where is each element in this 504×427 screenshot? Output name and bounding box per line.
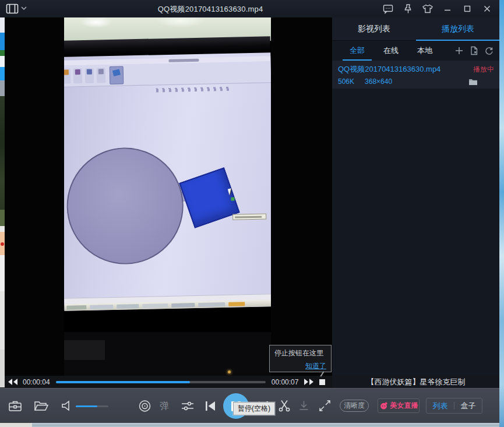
feedback-icon[interactable]: [382, 3, 394, 15]
background-window-sliver: [0, 80, 5, 96]
clear-list-icon[interactable]: [469, 46, 479, 56]
playlist-filter-row: 全部 在线 本地: [332, 41, 500, 61]
background-window-sliver: [0, 17, 5, 33]
got-it-link[interactable]: 知道了: [274, 361, 326, 371]
filter-all[interactable]: 全部: [340, 41, 374, 61]
scissors-icon[interactable]: [277, 399, 291, 413]
taskbar-segment: [171, 303, 195, 308]
filter-online[interactable]: 在线: [374, 41, 408, 61]
playlist-item-row1: QQ视频20170413163630.mp4 播放中: [338, 64, 494, 75]
playlist-item-resolution: 368×640: [365, 77, 392, 86]
desk-light-dot: [228, 370, 231, 373]
background-window-sliver: [0, 210, 5, 226]
live-show-label: 美女直播: [390, 401, 418, 411]
sidebar-tabs: 影视列表 播放列表: [332, 17, 500, 41]
taskbar-segment: [198, 302, 225, 306]
previous-icon[interactable]: [204, 400, 217, 412]
speaker-icon[interactable]: [61, 400, 72, 412]
cad-active-tool-button: [110, 66, 124, 84]
app-window: QQ视频20170413163630.mp4: [0, 0, 504, 427]
add-icon[interactable]: [454, 46, 464, 56]
cad-tool-icon: [64, 68, 71, 83]
taskbar-segment: [142, 304, 168, 308]
cad-circle-shape: [66, 146, 185, 265]
titlebar-actions: [382, 0, 493, 17]
girl-icon: [379, 401, 388, 410]
progress-row: 00:00:04 00:00:07: [0, 376, 332, 388]
current-time: 00:00:04: [23, 378, 50, 386]
tab-movie-list[interactable]: 影视列表: [332, 17, 416, 40]
cad-tool-icon: [73, 68, 83, 83]
taskbar-segment: [66, 305, 86, 309]
monitor-screen: AOC: [64, 52, 271, 311]
fast-forward-icon[interactable]: [304, 378, 314, 386]
toolbox-icon[interactable]: [8, 400, 22, 412]
background-window-sliver: [0, 96, 5, 210]
playlist-item-row2: 506K 368×640: [338, 77, 494, 86]
cad-tool-icon: [97, 68, 106, 83]
desk-shadow-shape: [64, 340, 105, 360]
video-player-window: QQ视频20170413163630.mp4: [0, 0, 500, 423]
video-desk-area: [64, 332, 271, 376]
promo-banner[interactable]: 【西游伏妖篇】星爷徐克巨制: [332, 376, 500, 388]
background-window-sliver: [0, 33, 5, 50]
background-window-sliver: [0, 50, 5, 56]
stop-hint-tooltip: 停止按钮在这里 知道了: [269, 345, 332, 372]
background-window-sliver: [0, 67, 5, 80]
filter-local[interactable]: 本地: [408, 41, 442, 61]
video-frame: AOC: [64, 17, 271, 376]
cad-snap-marker: [231, 197, 234, 201]
rewind-icon[interactable]: [8, 378, 18, 386]
progress-bar[interactable]: [56, 381, 266, 383]
background-window-sliver: [0, 56, 5, 67]
list-button[interactable]: 列表: [427, 401, 454, 411]
playlist-item-name: QQ视频20170413163630.mp4: [338, 64, 470, 75]
maximize-icon[interactable]: [461, 3, 473, 15]
taskbar-segment: [228, 302, 245, 306]
cad-tool-icon: [85, 68, 94, 83]
window-title: QQ视频20170413163630.mp4: [58, 4, 362, 15]
desktop-wallpaper-strip: [499, 0, 504, 427]
close-icon[interactable]: [481, 3, 493, 15]
taskbar-segment: [90, 304, 113, 309]
refresh-icon[interactable]: [484, 46, 494, 56]
video-display-area[interactable]: AOC: [5, 17, 332, 376]
volume-slider[interactable]: [76, 405, 108, 407]
background-window-sliver: [0, 291, 5, 350]
video-filmed-monitor: AOC: [64, 36, 271, 336]
tab-play-list[interactable]: 播放列表: [416, 17, 500, 40]
fullscreen-icon[interactable]: [318, 399, 332, 412]
taskbar-segment: [117, 304, 139, 309]
progress-fill: [56, 381, 190, 383]
cad-cursor-tooltip: [232, 213, 266, 220]
danmaku-button[interactable]: 弹: [160, 400, 169, 412]
background-taskbar-segment: [0, 423, 32, 427]
background-window-sliver: [1, 242, 4, 246]
playlist-actions: [454, 46, 500, 56]
total-time: 00:00:07: [272, 378, 299, 386]
live-show-button[interactable]: 美女直播: [378, 398, 420, 413]
download-icon[interactable]: [298, 400, 310, 412]
folder-icon[interactable]: [468, 78, 478, 86]
open-folder-icon[interactable]: [34, 400, 49, 412]
quality-button[interactable]: 清晰度: [340, 400, 369, 412]
app-logo-film-icon[interactable]: [6, 3, 19, 14]
list-box-group: 列表 盒子: [426, 398, 482, 414]
box-button[interactable]: 盒子: [454, 401, 482, 411]
stop-button[interactable]: [319, 379, 325, 385]
chevron-down-icon[interactable]: [21, 6, 27, 10]
titlebar: QQ视频20170413163630.mp4: [0, 0, 500, 17]
sidebar: 影视列表 播放列表 全部 在线 本地: [332, 17, 500, 376]
pin-icon[interactable]: [402, 3, 414, 15]
minimize-icon[interactable]: [442, 3, 453, 15]
playlist-item[interactable]: QQ视频20170413163630.mp4 播放中 506K 368×640: [332, 61, 500, 89]
settings-sliders-icon[interactable]: [181, 400, 195, 412]
skin-icon[interactable]: [422, 3, 433, 15]
pause-tooltip: 暂停(空格): [233, 402, 275, 415]
eye-icon[interactable]: [138, 400, 152, 412]
background-window-sliver: [0, 350, 5, 387]
playlist-item-size: 506K: [338, 77, 354, 86]
volume-fill: [76, 405, 97, 407]
cad-window-title-blob: [168, 59, 199, 62]
cad-toolbar: [64, 61, 271, 87]
